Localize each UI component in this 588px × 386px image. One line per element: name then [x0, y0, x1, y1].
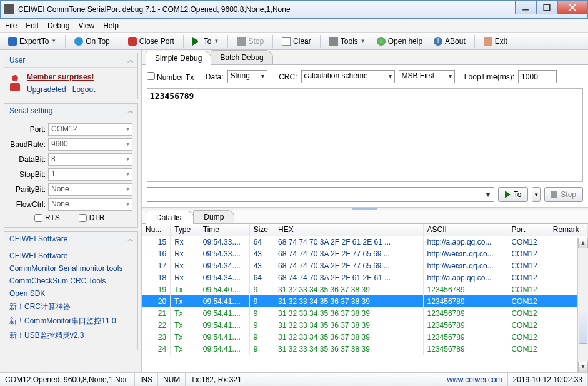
tab-batch-debug[interactable]: Batch Debug [211, 50, 272, 64]
exit-icon [484, 37, 492, 46]
logout-link[interactable]: Logout [72, 85, 96, 94]
databit-label: DataBit: [9, 155, 46, 164]
status-txrx: Tx:162, Rx:321 [186, 373, 442, 386]
user-pane-header[interactable]: User︽ [4, 53, 137, 68]
rts-checkbox[interactable]: RTS [34, 213, 60, 222]
software-link-1[interactable]: CommMonitor Serial monitor tools [9, 264, 132, 273]
column-header[interactable]: Port [507, 224, 549, 236]
send-textarea[interactable]: 123456789 [147, 88, 583, 182]
table-row[interactable]: 23Tx09:54.41....931 32 33 34 35 36 37 38… [142, 331, 588, 343]
software-link-5[interactable]: 新！CommMonitor串口监控11.0 [9, 316, 132, 327]
table-row[interactable]: 15Rx09:54.33....6468 74 74 70 3A 2F 2F 6… [142, 236, 588, 248]
table-row[interactable]: 20Tx09:54.41....931 32 33 34 35 36 37 38… [142, 295, 588, 307]
parity-select[interactable]: None [48, 183, 132, 196]
closeport-button[interactable]: Close Port [124, 35, 179, 48]
parity-label: ParityBit: [9, 185, 46, 194]
software-link-0[interactable]: CEIWEI Software [9, 251, 132, 260]
tab-dump[interactable]: Dump [193, 210, 234, 223]
scroll-up-icon[interactable]: ▲ [578, 238, 588, 248]
serial-pane-header[interactable]: Serial setting︽ [4, 104, 137, 118]
baud-select[interactable]: 9600 [48, 138, 132, 151]
status-url: www.ceiwei.com [442, 373, 508, 386]
table-row[interactable]: 18Rx09:54.34....6468 74 74 70 3A 2F 2F 6… [142, 272, 588, 283]
column-header[interactable]: ASCII [423, 224, 507, 236]
maximize-button[interactable] [536, 1, 557, 14]
flow-select[interactable]: None [48, 198, 132, 211]
menu-file[interactable]: File [5, 21, 17, 30]
software-link-6[interactable]: 新！USB监控精灵v2.3 [9, 330, 132, 341]
crc-select[interactable]: calculation scheme [301, 70, 395, 83]
ceiwei-link[interactable]: www.ceiwei.com [447, 375, 502, 384]
data-label: Data: [206, 73, 224, 81]
column-header[interactable]: Type [171, 224, 199, 236]
software-pane-header[interactable]: CEIWEI Software︽ [4, 232, 137, 246]
table-row[interactable]: 19Tx09:54.40....931 32 33 34 35 36 37 38… [142, 283, 588, 295]
help-icon [377, 37, 386, 46]
statusbar: COM12:Opened, 9600,8,None,1,Nor INS NUM … [0, 372, 588, 386]
exit-button[interactable]: Exit [479, 35, 512, 48]
port-select[interactable]: COM12 [48, 123, 132, 136]
tab-simple-debug[interactable]: Simple Debug [146, 51, 211, 65]
app-icon [4, 4, 14, 14]
software-link-3[interactable]: Open SDK [9, 289, 132, 298]
stopbit-label: StopBit: [9, 170, 46, 179]
exportto-button[interactable]: ExportTo▼ [4, 35, 61, 48]
about-button[interactable]: iABout [429, 35, 470, 48]
software-pane: CEIWEI Software︽ CEIWEI SoftwareCommMoni… [4, 231, 138, 350]
send-to-dropdown[interactable]: ▼ [532, 187, 541, 202]
send-stop-button[interactable]: Stop [544, 187, 583, 202]
column-header[interactable]: Nu... [142, 224, 171, 236]
software-link-2[interactable]: CommCheckSum CRC Tools [9, 277, 132, 285]
tab-data-list[interactable]: Data list [146, 211, 194, 224]
stopbit-select[interactable]: 1 [48, 168, 132, 181]
minimize-button[interactable] [515, 1, 536, 14]
data-grid[interactable]: Nu...TypeTimeSizeHEXASCIIPortRemark 15Rx… [142, 224, 588, 372]
table-row[interactable]: 22Tx09:54.41....931 32 33 34 35 36 37 38… [142, 319, 588, 331]
svg-rect-1 [544, 4, 550, 11]
play-icon [192, 37, 201, 46]
status-port: COM12:Opened, 9600,8,None,1,Nor [0, 373, 135, 386]
menu-help[interactable]: Help [103, 21, 119, 30]
h-splitter[interactable] [142, 207, 588, 210]
scroll-down-icon[interactable]: ▼ [578, 362, 588, 372]
status-num: NUM [158, 373, 186, 386]
table-row[interactable]: 16Rx09:54.33....4368 74 74 70 3A 2F 2F 7… [142, 248, 588, 260]
scroll-thumb[interactable] [579, 313, 587, 344]
toolbar: ExportTo▼ On Top Close Port To▼ Stop Cle… [0, 33, 588, 50]
looptime-input[interactable] [518, 70, 557, 83]
table-row[interactable]: 21Tx09:54.41....931 32 33 34 35 36 37 38… [142, 307, 588, 319]
stop-button[interactable]: Stop [232, 35, 268, 48]
to-button[interactable]: To▼ [188, 35, 224, 48]
upper-tabs: Simple Debug Batch Debug [142, 50, 588, 65]
member-link[interactable]: Member surprises! [27, 73, 95, 81]
menu-debug[interactable]: Debug [47, 21, 69, 30]
close-button[interactable] [557, 1, 587, 14]
clear-button[interactable]: Clear [277, 35, 316, 48]
status-time: 2019-10-12 10:02:33 [508, 373, 588, 386]
table-row[interactable]: 17Rx09:54.34....4368 74 74 70 3A 2F 2F 7… [142, 260, 588, 272]
upgraded-link[interactable]: Upgradeted [27, 85, 66, 94]
column-header[interactable]: Size [249, 224, 274, 236]
openhelp-button[interactable]: Open help [372, 35, 427, 48]
databit-select[interactable]: 8 [48, 153, 132, 166]
tools-button[interactable]: Tools▼ [325, 35, 370, 48]
titlebar[interactable]: CEIWEI CommTone SerialPort debug 7.1 - C… [0, 0, 588, 19]
menu-view[interactable]: View [78, 21, 94, 30]
send-combo[interactable] [147, 187, 494, 202]
menu-edit[interactable]: Edit [26, 21, 39, 30]
flow-label: FlowCtrl: [9, 200, 46, 209]
status-ins: INS [135, 373, 158, 386]
dtr-checkbox[interactable]: DTR [79, 213, 105, 222]
software-link-4[interactable]: 新！CRC计算神器 [9, 302, 132, 312]
data-select[interactable]: String [227, 70, 267, 83]
column-header[interactable]: HEX [274, 224, 424, 236]
vertical-scrollbar[interactable]: ▲ ▼ [577, 238, 588, 372]
column-header[interactable]: Remark [549, 224, 587, 236]
looptime-label: LoopTime(ms): [464, 73, 514, 81]
column-header[interactable]: Time [199, 224, 249, 236]
table-row[interactable]: 24Tx09:54.41....931 32 33 34 35 36 37 38… [142, 343, 588, 355]
send-to-button[interactable]: To [498, 187, 529, 202]
numbertx-checkbox[interactable]: Number Tx [147, 72, 194, 82]
msb-select[interactable]: MSB First [399, 70, 455, 83]
ontop-button[interactable]: On Top [70, 35, 114, 48]
